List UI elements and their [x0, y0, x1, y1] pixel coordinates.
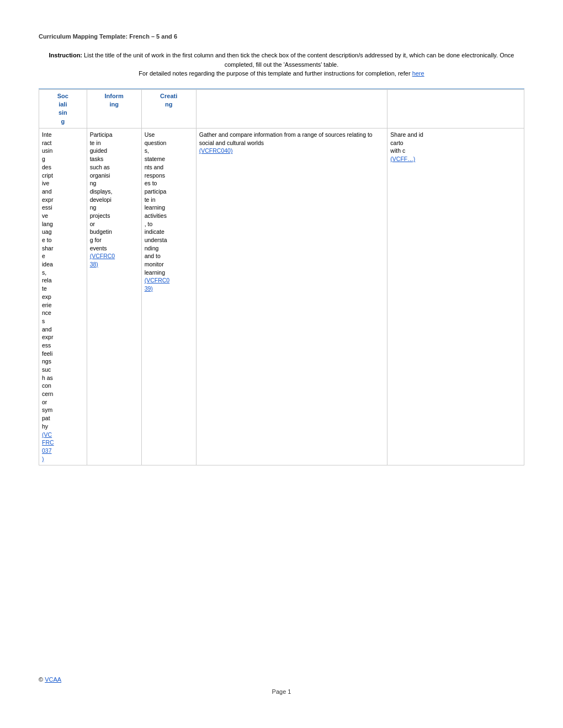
header-wide2 — [387, 89, 524, 129]
table-header-row: Socialising Informing Creating — [39, 89, 524, 129]
link-vcff[interactable]: (VCFF…) — [390, 156, 415, 162]
instruction-bold: Instruction: List the title of the unit … — [49, 52, 514, 68]
cell-creating: Usequestions,statements andresponses top… — [141, 129, 196, 465]
link-vcfrc039[interactable]: (VCFRC039) — [145, 277, 170, 292]
cell-socialising: Interactusingdescriptiveandexpressivelan… — [39, 129, 87, 465]
footer-area: © VCAA Page 1 — [39, 654, 524, 695]
doc-title: Curriculum Mapping Template: French – 5 … — [39, 33, 524, 40]
link-vcfrc037[interactable]: (VCFRC037) — [42, 431, 54, 462]
cell-informing: Participate inguidedtaskssuch asorganisi… — [87, 129, 141, 465]
header-wide1 — [196, 89, 387, 129]
header-socialising: Socialising — [39, 89, 87, 129]
cell-wide2: Share and idcartowith c (VCFF…) — [387, 129, 524, 465]
instruction-block: Instruction: List the title of the unit … — [39, 51, 524, 78]
footer-copyright: © VCAA — [39, 676, 524, 683]
header-informing: Informing — [87, 89, 141, 129]
link-vcfrc038[interactable]: (VCFRC038) — [90, 253, 115, 267]
vcaa-link[interactable]: VCAA — [45, 676, 61, 683]
cell-wide1: Gather and compare information from a ra… — [196, 129, 387, 465]
page-number: Page 1 — [39, 688, 524, 695]
instruction-link[interactable]: here — [412, 70, 424, 77]
instruction-line2: For detailed notes regarding the purpose… — [139, 70, 424, 77]
link-vcfrc040[interactable]: (VCFRC040) — [199, 147, 233, 154]
table-wrapper: Socialising Informing Creating Interactu… — [39, 88, 524, 466]
table-row: Interactusingdescriptiveandexpressivelan… — [39, 129, 524, 465]
header-creating: Creating — [141, 89, 196, 129]
main-table: Socialising Informing Creating Interactu… — [39, 89, 524, 466]
